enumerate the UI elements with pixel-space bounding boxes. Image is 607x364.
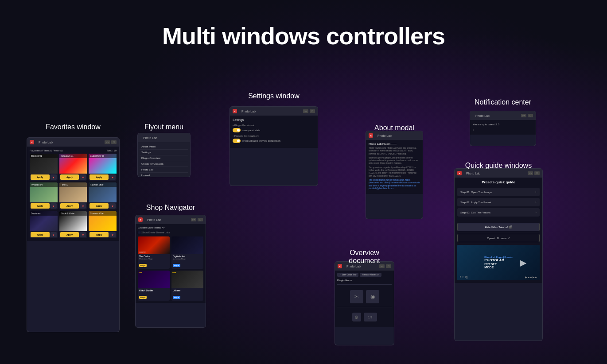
- flyout-item-overview[interactable]: Plugin Overview: [140, 155, 188, 161]
- show-envato-checkbox[interactable]: [138, 231, 141, 234]
- preset-actions: Apply ♥: [89, 231, 117, 238]
- flyout-content: About Panel Settings Plugin Overview Che…: [138, 142, 190, 177]
- apply-button[interactable]: Apply: [89, 232, 109, 237]
- about-label: About modal: [366, 124, 423, 132]
- flyout-title: Photo Lab: [143, 136, 157, 139]
- heart-button[interactable]: ♥: [51, 232, 57, 237]
- close-icon[interactable]: ×: [457, 171, 462, 175]
- shop-item-name: Urbane: [173, 289, 202, 292]
- minimize-icon[interactable]: >>: [379, 264, 385, 268]
- minimize-icon[interactable]: >>: [521, 114, 526, 117]
- shop-item-badge[interactable]: Buy It: [173, 296, 180, 299]
- apply-button[interactable]: Apply: [60, 203, 79, 209]
- apply-button[interactable]: Apply: [60, 174, 79, 180]
- heart-button[interactable]: ♥: [80, 203, 86, 209]
- step-3-label: Step 03. Edit The Results: [460, 211, 490, 214]
- list-item: Fashion Style Apply ♥: [89, 182, 117, 209]
- settings-content: Settings • Plugin Persistent: save panel…: [230, 116, 318, 148]
- open-browser-button[interactable]: Open in Browser ↗: [457, 234, 540, 242]
- minimize-icon[interactable]: >>: [303, 109, 308, 113]
- start-guide-button[interactable]: ← Start Guide Tour: [337, 273, 358, 277]
- video-thumbnail[interactable]: Photo Lab Plugin | Presets PHOTOLAB PRES…: [457, 245, 540, 280]
- about-plugin-title: Photo Lab Plugin ——: [369, 143, 420, 145]
- settings-title: Settings: [233, 118, 315, 121]
- quickguide-label: Quick guide windows: [454, 162, 543, 170]
- favorites-window: × Photo Lab >> □ Favorites (Filters & Pr…: [27, 137, 120, 332]
- overview-label: Overview document: [335, 249, 394, 265]
- notification-text: You are up to date v12.0: [473, 123, 533, 126]
- apply-button[interactable]: Apply: [31, 232, 50, 237]
- video-bottom: f t ig ▶ ■ ■ ▶▶: [457, 275, 540, 279]
- minimize-icon[interactable]: >>: [528, 171, 533, 175]
- apply-button[interactable]: Apply: [89, 174, 109, 180]
- notification-label: Notification center: [470, 98, 536, 106]
- heart-button[interactable]: ♥: [80, 174, 86, 180]
- heart-button[interactable]: ♥: [109, 174, 116, 180]
- overview-toolbar: ← Start Guide Tour Release Master: ►: [337, 273, 392, 277]
- flyout-label: Flyout menu: [137, 123, 191, 131]
- release-master-button[interactable]: Release Master: ►: [360, 273, 381, 277]
- close-icon[interactable]: ×: [30, 140, 34, 144]
- retouch-icon[interactable]: ✂: [350, 290, 363, 303]
- toggle-save-panel[interactable]: [233, 128, 241, 132]
- window-controls: >> □: [521, 114, 533, 117]
- expand-icon[interactable]: □: [386, 264, 391, 268]
- shop-item-name: Glitch Studio: [139, 289, 168, 292]
- expand-icon[interactable]: □: [534, 171, 540, 175]
- shop-explore-text: Explore More Items >>: [138, 226, 203, 229]
- flyout-item-updates[interactable]: Check for Updates: [140, 161, 188, 167]
- preset-name: Film 01: [59, 182, 87, 187]
- settings-icon[interactable]: ⚙: [352, 313, 361, 321]
- close-icon[interactable]: ×: [369, 133, 373, 138]
- flyout-item-unload[interactable]: Unload: [140, 173, 188, 177]
- flyout-item-about[interactable]: About Panel: [140, 144, 188, 150]
- favorites-label: Favorites window: [27, 123, 120, 131]
- video-social-icons: f t ig: [460, 275, 467, 279]
- list-item: WANTED The Otaku Photoshop Plugin Buy It: [138, 236, 170, 269]
- step-1-row: Step 01. Open Your Image ›: [457, 188, 540, 196]
- preset-name: CyberPunk 03: [89, 154, 117, 158]
- plugin-home-label: Plugin Home: [337, 279, 392, 282]
- preset-thumbnail: Blocked 01: [30, 154, 58, 174]
- minimize-icon[interactable]: >>: [105, 140, 110, 144]
- shop-item-badge[interactable]: Buy It: [139, 264, 147, 267]
- expand-icon[interactable]: □: [310, 109, 315, 113]
- toggle-row-2: enable/disable preview comparison: [233, 139, 315, 143]
- about-contact: The project team is fully of humans stuf…: [369, 179, 420, 190]
- expand-icon[interactable]: □: [528, 114, 533, 117]
- plugin-persistent-section: • Plugin Persistent: save panel state: [233, 124, 315, 132]
- apply-button[interactable]: Apply: [89, 203, 109, 209]
- toggle-preview[interactable]: [233, 139, 241, 143]
- favorites-header: Favorites (Filters & Presets) Total: 10: [30, 149, 117, 152]
- preset-name: Instagram 01: [59, 154, 87, 158]
- close-icon[interactable]: ×: [138, 217, 143, 222]
- toggle-2-label: enable/disable preview comparison: [242, 139, 280, 142]
- favorites-total: Total: 10: [106, 149, 117, 152]
- heart-button[interactable]: ♥: [109, 232, 116, 237]
- flyout-item-photolab[interactable]: Photo Lab: [140, 167, 188, 173]
- presets-icon[interactable]: ◉: [366, 290, 379, 303]
- chevron-down-icon: ›: [535, 210, 537, 214]
- heart-button[interactable]: ♥: [51, 174, 57, 180]
- hide-video-button[interactable]: Hide Video Tutorial! 🎬: [457, 223, 540, 231]
- list-item: CyberPunk 03 Apply ♥: [89, 154, 117, 181]
- heart-button[interactable]: ♥: [51, 203, 57, 209]
- maximize-icon[interactable]: □: [111, 140, 117, 144]
- apply-button[interactable]: Apply: [31, 174, 50, 180]
- apply-button[interactable]: Apply: [60, 232, 79, 237]
- expand-icon[interactable]: □: [198, 218, 203, 221]
- shop-item-badge[interactable]: Buy It: [173, 264, 180, 267]
- flyout-item-settings[interactable]: Settings: [140, 150, 188, 155]
- overview-window: × Photo Lab >> □ ← Start Guide Tour Rele…: [335, 261, 394, 345]
- apply-button[interactable]: Apply: [31, 203, 50, 209]
- preset-name: Duotones: [30, 211, 58, 216]
- divider: [337, 307, 392, 307]
- minimize-icon[interactable]: >>: [191, 218, 196, 221]
- close-icon[interactable]: ×: [233, 109, 237, 113]
- shop-item-badge[interactable]: Buy It: [139, 296, 147, 299]
- play-icon[interactable]: ▶: [520, 257, 526, 268]
- heart-button[interactable]: ♥: [109, 203, 116, 209]
- preset-thumbnail: Summer Vibe: [89, 211, 117, 231]
- step-1-label: Step 01. Open Your Image: [460, 191, 492, 194]
- heart-button[interactable]: ♥: [80, 232, 86, 237]
